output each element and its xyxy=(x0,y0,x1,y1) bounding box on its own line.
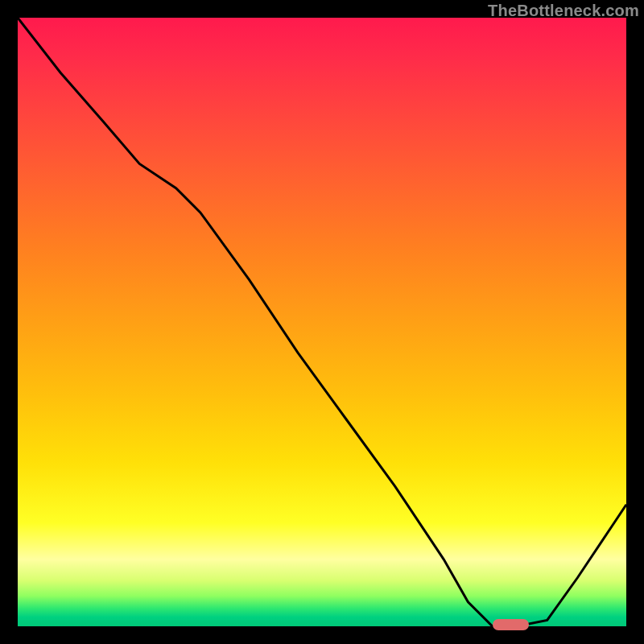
watermark-text: TheBottleneck.com xyxy=(488,2,639,20)
curve-layer xyxy=(18,18,626,626)
chart-container: TheBottleneck.com xyxy=(0,0,644,644)
bottleneck-curve xyxy=(18,18,626,626)
optimal-zone-marker xyxy=(493,619,529,630)
